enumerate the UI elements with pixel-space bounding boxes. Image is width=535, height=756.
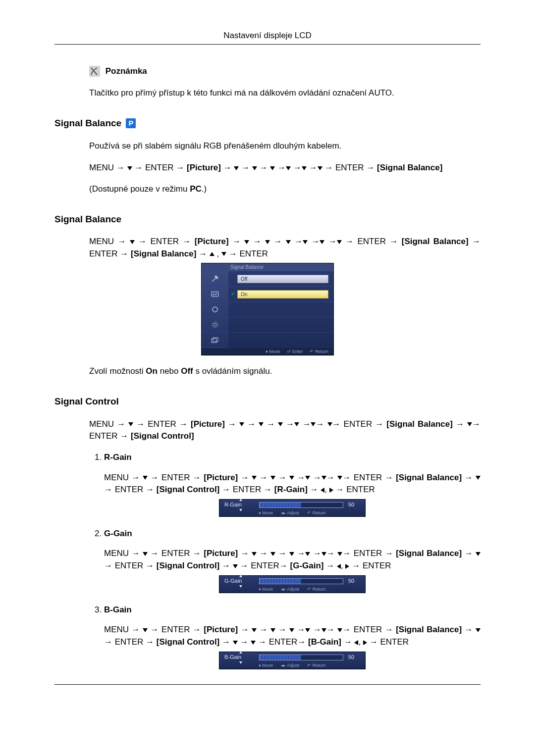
t: MENU → — [104, 473, 143, 482]
arrow-down-icon — [337, 552, 342, 556]
t: → — [257, 549, 270, 558]
t: → ENTER → — [135, 237, 195, 246]
t: s ovládáním signálu. — [193, 366, 272, 376]
t: → — [462, 549, 476, 558]
osd-on-label: On — [237, 290, 328, 299]
rgain-path: MENU → → ENTER → [Picture] → → → → →→ → … — [104, 472, 481, 496]
gain-token: [G-Gain] — [290, 561, 324, 570]
gain-list: R-Gain MENU → → ENTER → [Picture] → → → … — [89, 452, 481, 669]
slider-bar — [259, 502, 343, 508]
sb-token: [Signal Balance] — [396, 473, 462, 482]
arrow-down-icon — [286, 240, 291, 244]
arrow-down-icon — [305, 552, 310, 556]
t: → — [275, 549, 289, 558]
arrow-down-icon — [270, 552, 275, 556]
t: → ENTER→ — [238, 561, 290, 570]
content: Poznámka Tlačítko pro přímý přístup k té… — [54, 65, 481, 669]
t: → ENTER → — [104, 637, 157, 647]
heading-signal-control: Signal Control — [54, 395, 481, 408]
arrow-down-icon — [321, 476, 326, 480]
sb-token: [Signal Balance] — [396, 549, 462, 558]
t: Zvolí možnosti — [89, 366, 146, 376]
arrow-down-icon — [286, 166, 291, 170]
arrow-down-icon — [278, 422, 283, 426]
slider-value: 50 — [348, 577, 360, 585]
check-icon: ✓ — [228, 290, 237, 298]
svg-rect-4 — [212, 339, 216, 343]
osd-title: Signal Balance — [202, 263, 333, 271]
t: .) — [202, 184, 207, 194]
arrow-down-icon — [234, 166, 239, 170]
mode-pc: PC — [190, 184, 202, 194]
section1-intro: Používá se při slabém signálu RGB přenáš… — [89, 140, 481, 152]
picture-token: [Picture] — [191, 419, 225, 429]
t: → ENTER→ — [256, 637, 308, 647]
arrow-down-icon — [318, 166, 322, 170]
t: → ENTER → — [322, 163, 377, 172]
t: → ENTER → — [104, 485, 157, 494]
osd-sidebar — [202, 271, 228, 348]
divider-top — [54, 44, 481, 45]
arrow-down-icon — [476, 628, 481, 632]
multi-icon — [202, 333, 228, 348]
arrow-down-icon — [143, 476, 148, 480]
arrow-down-icon — [303, 240, 308, 244]
arrow-down-icon — [270, 166, 275, 170]
note-label: Poznámka — [106, 66, 147, 76]
page: Nastavení displeje LCD Poznámka Tlačítko… — [0, 0, 535, 724]
arrow-down-icon — [252, 476, 257, 480]
list-item-ggain: G-Gain MENU → → ENTER → [Picture] → → → … — [104, 528, 481, 593]
slider-label: G-Gain — [224, 577, 259, 585]
arrow-down-icon — [311, 422, 316, 426]
arrow-down-icon — [321, 628, 326, 632]
footer-return: Return — [315, 349, 328, 354]
picture-token: [Picture] — [204, 473, 238, 482]
gain-token: [B-Gain] — [308, 637, 341, 647]
ggain-path: MENU → → ENTER → [Picture] → → → → →→ → … — [104, 548, 481, 572]
section3-menu-path: MENU → → ENTER → [Picture] → → → → →→ → … — [89, 418, 481, 443]
off-token: Off — [181, 366, 193, 376]
t: → — [249, 237, 265, 246]
t: → — [239, 163, 252, 172]
t: → — [257, 473, 270, 482]
list-item-bgain: B-Gain MENU → → ENTER → [Picture] → → → … — [104, 604, 481, 669]
section1-availability: (Dostupné pouze v režimu PC.) — [89, 183, 481, 196]
arrow-down-icon — [302, 166, 307, 170]
arrow-down-icon — [289, 628, 294, 632]
arrow-down-icon — [289, 552, 294, 556]
t: → — [238, 625, 252, 634]
t: → — [229, 237, 245, 246]
arrow-right-icon — [329, 488, 333, 493]
t: ENTER → — [351, 473, 396, 482]
sb-token: [Signal Balance] — [402, 237, 469, 246]
divider-bottom — [54, 684, 481, 685]
t: → — [257, 163, 270, 172]
t: → ENTER → — [342, 237, 402, 246]
t: → — [219, 637, 232, 647]
slider-bar — [259, 655, 343, 660]
t: → — [462, 625, 476, 634]
t: (Dostupné pouze v režimu — [89, 184, 190, 194]
arrow-down-icon — [320, 240, 324, 244]
arrow-down-icon — [251, 641, 256, 645]
gear-icon — [202, 317, 228, 333]
arrow-down-icon — [127, 166, 132, 170]
arrow-down-icon — [252, 628, 257, 632]
svg-point-3 — [212, 322, 218, 328]
t: → ENTER — [349, 561, 391, 570]
arrow-down-icon — [130, 240, 135, 244]
arrow-down-icon — [476, 476, 481, 480]
heading-text: Signal Balance — [54, 118, 121, 128]
arrow-down-icon — [252, 166, 257, 170]
footer-move: Move — [269, 349, 280, 354]
t: MENU → — [89, 419, 128, 429]
arrow-down-icon — [337, 240, 342, 244]
arrow-down-icon — [294, 422, 299, 426]
t: → — [275, 625, 289, 634]
osd-option-off: Off — [228, 271, 333, 287]
tool-icon — [202, 271, 228, 287]
list-item-rgain: R-Gain MENU → → ENTER → [Picture] → → → … — [104, 452, 481, 517]
arrow-down-icon — [244, 240, 249, 244]
picture-token: [Picture] — [195, 237, 229, 246]
circle-icon — [202, 302, 228, 317]
